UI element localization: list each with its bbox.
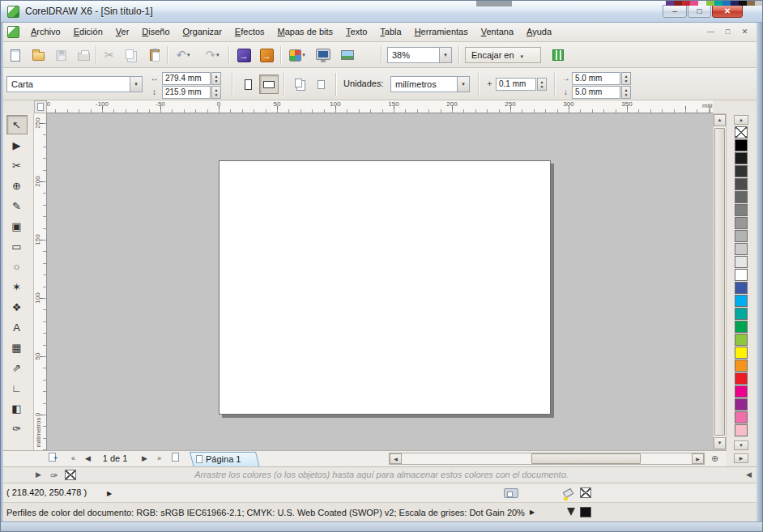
new-document-button[interactable] [5, 45, 26, 66]
all-pages-button[interactable] [290, 74, 309, 94]
color-swatch[interactable] [735, 347, 748, 359]
page-height-down-button[interactable]: ▼ [215, 92, 219, 97]
color-swatch[interactable] [735, 139, 748, 151]
document-palette-flyout-button[interactable]: ▶ [36, 470, 41, 479]
table-tool[interactable]: ▦ [6, 338, 28, 357]
portrait-button[interactable] [238, 74, 258, 94]
duplicate-x-down-button[interactable]: ▼ [624, 79, 629, 83]
save-button[interactable] [50, 45, 71, 66]
color-swatch[interactable] [735, 204, 748, 216]
palette-flyout-button[interactable]: ▶ [734, 453, 748, 463]
nudge-offset-field[interactable]: 0.1 mm [496, 78, 536, 91]
doc-close-button[interactable]: ✕ [738, 26, 752, 38]
menu-diseno[interactable]: Diseño [135, 23, 176, 41]
paper-type-dropdown-icon[interactable]: ▾ [130, 77, 142, 92]
profiles-flyout-icon[interactable]: ▶ [530, 509, 535, 516]
fill-bucket-icon[interactable] [563, 488, 574, 498]
import-button[interactable]: → [233, 45, 254, 66]
freehand-tool[interactable]: ✎ [6, 196, 28, 215]
current-page-button[interactable] [311, 74, 330, 94]
outline-color-swatch[interactable] [580, 507, 591, 517]
crop-tool[interactable]: ✂ [6, 155, 28, 175]
color-swatch[interactable] [735, 321, 748, 333]
color-swatch[interactable] [735, 269, 748, 281]
color-swatch[interactable] [735, 372, 748, 385]
page-width-field[interactable]: 279.4 mm [162, 72, 211, 85]
palette-scroll-down-button[interactable]: ▼ [734, 440, 748, 450]
next-page-button[interactable]: ▶ [138, 453, 151, 466]
redo-button[interactable]: ↷▾ [199, 45, 225, 66]
menu-organizar[interactable]: Organizar [177, 23, 228, 41]
last-page-button[interactable]: » [152, 453, 166, 466]
fill-none-swatch[interactable] [580, 487, 591, 498]
menu-efectos[interactable]: Efectos [228, 23, 271, 41]
export-button[interactable]: → [256, 45, 277, 66]
menu-archivo[interactable]: Archivo [24, 23, 67, 41]
horizontal-ruler[interactable]: -150 -100 -50 0 50 100 150 200 250 300 3… [47, 100, 713, 113]
duplicate-y-down-button[interactable]: ▼ [624, 92, 629, 97]
palette-scroll-up-button[interactable]: ▲ [734, 115, 748, 125]
color-swatch[interactable] [735, 217, 748, 229]
duplicate-y-field[interactable]: 5.0 mm [572, 86, 620, 99]
scroll-up-button[interactable]: ▲ [714, 114, 726, 126]
menu-ver[interactable]: Ver [109, 23, 136, 41]
undo-dropdown-icon[interactable]: ▾ [187, 52, 190, 58]
page-height-field[interactable]: 215.9 mm [162, 86, 211, 99]
document-no-color-swatch[interactable] [65, 470, 76, 480]
menu-mapas-de-bits[interactable]: Mapas de bits [271, 23, 340, 41]
basic-shapes-tool[interactable]: ❖ [6, 297, 28, 317]
document-palette-scroll-left-button[interactable]: ◀ [746, 470, 752, 479]
ellipse-tool[interactable]: ○ [6, 257, 28, 276]
blend-tool[interactable]: ◧ [6, 398, 28, 418]
close-button[interactable]: ✕ [712, 5, 743, 18]
add-page-button[interactable] [45, 453, 59, 466]
zoom-levels-dropdown-icon[interactable]: ▾ [439, 48, 451, 62]
quick-zoom-button[interactable]: ⊕ [708, 453, 722, 466]
page-tab[interactable]: Página 1 [190, 452, 256, 466]
open-button[interactable] [28, 45, 49, 66]
paper-type-select[interactable]: Carta ▾ [6, 76, 143, 92]
color-swatch[interactable] [735, 243, 748, 255]
undo-button[interactable]: ↶▾ [170, 45, 196, 66]
drawing-canvas[interactable] [47, 113, 713, 450]
color-swatch[interactable] [735, 398, 748, 411]
vertical-scrollbar-thumb[interactable] [714, 128, 725, 436]
text-tool[interactable]: A [6, 317, 28, 337]
color-swatch[interactable] [735, 152, 748, 164]
color-swatch[interactable] [735, 424, 748, 436]
minimize-button[interactable]: – [663, 5, 687, 18]
connector-tool[interactable]: ∟ [6, 378, 28, 398]
maximize-button[interactable]: □ [688, 5, 711, 18]
page-width-down-button[interactable]: ▼ [215, 79, 219, 83]
options-button[interactable] [548, 45, 569, 66]
menu-tabla[interactable]: Tabla [373, 23, 407, 41]
color-swatch[interactable] [735, 178, 748, 190]
redo-dropdown-icon[interactable]: ▾ [216, 52, 220, 58]
color-swatch[interactable] [735, 165, 748, 177]
menu-edicion[interactable]: Edición [67, 23, 109, 41]
color-swatch[interactable] [735, 295, 748, 307]
welcome-screen-button[interactable] [313, 45, 334, 66]
snap-to-dropdown[interactable]: Encajar en▾ [465, 47, 541, 63]
duplicate-x-field[interactable]: 5.0 mm [572, 72, 620, 85]
add-page-button-end[interactable] [168, 453, 182, 466]
nudge-down-button[interactable]: ▼ [540, 84, 544, 89]
doc-minimize-button[interactable]: — [704, 26, 718, 38]
content-button[interactable] [337, 45, 358, 66]
color-swatch[interactable] [735, 230, 748, 242]
cut-button[interactable]: ✂ [99, 45, 120, 66]
paste-button[interactable] [144, 45, 165, 66]
horizontal-scrollbar-thumb[interactable] [531, 453, 641, 464]
previous-page-button[interactable]: ◀ [81, 453, 95, 466]
menu-ventana[interactable]: Ventana [475, 23, 520, 41]
first-page-button[interactable]: « [66, 453, 80, 466]
application-launcher-button[interactable]: ▾ [285, 45, 309, 66]
vertical-ruler[interactable]: 250 200 150 100 50 0 milímetros [34, 113, 47, 450]
menu-ayuda[interactable]: Ayuda [520, 23, 558, 41]
outline-pen-icon[interactable] [567, 508, 575, 516]
ruler-origin-button[interactable] [34, 100, 47, 113]
color-swatch[interactable] [735, 256, 748, 268]
status-misc-icon[interactable] [504, 488, 518, 498]
color-swatch[interactable] [735, 360, 748, 372]
menu-herramientas[interactable]: Herramientas [408, 23, 475, 41]
